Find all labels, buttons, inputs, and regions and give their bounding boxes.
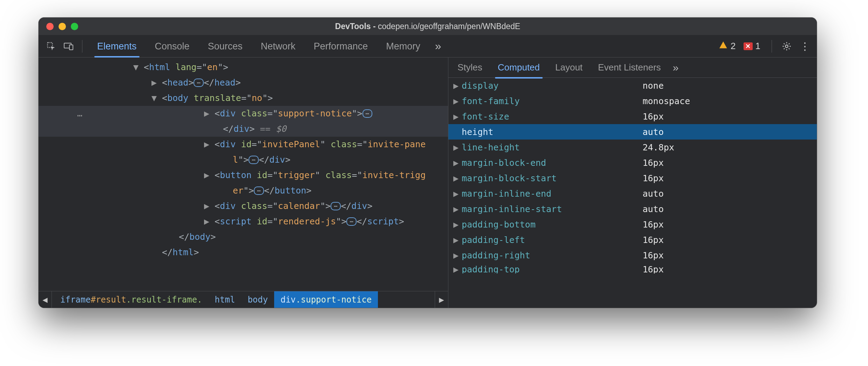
toolbar-separator (772, 40, 772, 53)
expand-caret-icon[interactable]: ▶ (204, 170, 215, 180)
breadcrumbs-next-button[interactable]: ▶ (435, 291, 448, 308)
dom-line[interactable]: </body> (39, 229, 448, 245)
expand-caret-icon[interactable]: ▶ (204, 216, 215, 226)
dom-line[interactable]: </div> == $0 (39, 121, 448, 137)
token-punc: =" (197, 62, 207, 72)
computed-property-row[interactable]: ▶displaynone (448, 78, 817, 93)
expand-caret-icon[interactable]: ▶ (453, 96, 462, 106)
more-panels-button[interactable]: » (432, 40, 445, 53)
dom-line[interactable]: ▶ <button id="trigger" class="invite-tri… (39, 168, 448, 183)
property-value: monospace (636, 96, 690, 106)
main-split: ▼ <html lang="en">▶ <head>⋯</head>▼ <bod… (39, 57, 817, 308)
computed-property-row[interactable]: ▶font-familymonospace (448, 93, 817, 109)
token-punc: "> (262, 93, 273, 103)
sidebar-tab-computed[interactable]: Computed (490, 58, 548, 77)
token-attrn: class (331, 139, 357, 149)
dom-tree[interactable]: ▼ <html lang="en">▶ <head>⋯</head>▼ <bod… (39, 57, 448, 291)
dom-line[interactable]: ▼ <body translate="no"> (39, 90, 448, 106)
expand-caret-icon[interactable]: ▶ (204, 139, 215, 149)
dom-line[interactable]: l">⋯</div> (39, 152, 448, 168)
dom-line[interactable]: …▶ <div class="support-notice">⋯ (39, 106, 448, 121)
inspect-element-icon[interactable] (43, 39, 59, 54)
expand-caret-icon[interactable]: ▶ (204, 108, 215, 118)
expand-caret-icon[interactable]: ▶ (453, 250, 462, 260)
device-toolbar-icon[interactable] (61, 39, 76, 54)
computed-property-row[interactable]: ▶margin-inline-endauto (448, 186, 817, 201)
computed-properties-list[interactable]: ▶displaynone▶font-familymonospace▶font-s… (448, 78, 817, 308)
collapsed-ellipsis-icon[interactable]: ⋯ (254, 187, 264, 195)
panel-tab-elements[interactable]: Elements (88, 36, 146, 56)
computed-property-row[interactable]: ▶margin-inline-startauto (448, 201, 817, 217)
elements-panel: ▼ <html lang="en">▶ <head>⋯</head>▼ <bod… (39, 57, 448, 308)
settings-icon[interactable] (780, 39, 794, 53)
expand-caret-icon[interactable]: ▶ (204, 201, 215, 211)
expand-caret-icon[interactable]: ▶ (453, 158, 462, 168)
token-punc: > (249, 124, 255, 134)
computed-property-row[interactable]: ▶line-height24.8px (448, 140, 817, 155)
breadcrumbs-prev-button[interactable]: ◀ (39, 291, 52, 308)
toolbar-separator (82, 40, 82, 53)
breadcrumb-item[interactable]: body (241, 291, 274, 308)
expand-caret-icon[interactable]: ▶ (453, 264, 462, 273)
expand-caret-icon[interactable]: ▶ (453, 173, 462, 183)
caret-spacer (222, 185, 233, 196)
expand-caret-icon[interactable]: ▶ (453, 235, 462, 245)
maximize-window-button[interactable] (71, 23, 78, 30)
computed-property-row[interactable]: ▶font-size16px (448, 109, 817, 124)
panel-tab-sources[interactable]: Sources (199, 36, 252, 56)
dom-line[interactable]: ▶ <div id="invitePanel" class="invite-pa… (39, 137, 448, 152)
minimize-window-button[interactable] (59, 23, 66, 30)
token-attrn: lang (175, 62, 196, 72)
token-punc: > (188, 77, 194, 88)
close-window-button[interactable] (46, 23, 54, 30)
collapsed-ellipsis-icon[interactable]: ⋯ (362, 109, 373, 118)
dom-line[interactable]: </html> (39, 245, 448, 260)
breadcrumb-item[interactable]: iframe#result.result-iframe. (54, 291, 209, 308)
dom-line[interactable]: er">⋯</button> (39, 183, 448, 198)
dom-line[interactable]: ▶ <script id="rendered-js">⋯</script> (39, 214, 448, 229)
dom-line[interactable]: ▶ <div class="calendar">⋯</div> (39, 198, 448, 214)
token-punc: </ (341, 201, 351, 211)
expand-caret-icon[interactable]: ▶ (453, 111, 462, 122)
expand-caret-icon[interactable]: ▶ (453, 219, 462, 230)
warnings-badge[interactable]: 2 (719, 41, 735, 52)
sidebar-tab-event-listeners[interactable]: Event Listeners (590, 58, 669, 77)
panel-tab-memory[interactable]: Memory (377, 36, 429, 56)
panel-tab-console[interactable]: Console (146, 36, 199, 56)
expand-caret-icon[interactable]: ▶ (453, 189, 462, 199)
breadcrumb-item[interactable]: html (209, 291, 242, 308)
collapsed-ellipsis-icon[interactable]: ⋯ (346, 217, 357, 226)
more-options-icon[interactable]: ⋮ (798, 39, 812, 53)
computed-property-row[interactable]: ▶padding-bottom16px (448, 217, 817, 232)
property-value: 16px (636, 173, 664, 183)
computed-property-row[interactable]: ▶margin-block-start16px (448, 170, 817, 186)
property-value: 16px (636, 111, 664, 122)
property-name: font-family (462, 96, 520, 106)
dom-line[interactable]: ▼ <html lang="en"> (39, 60, 448, 75)
expand-caret-icon[interactable]: ▶ (453, 204, 462, 214)
expand-caret-icon[interactable]: ▼ (133, 62, 144, 72)
sidebar-tab-layout[interactable]: Layout (548, 58, 590, 77)
computed-property-row[interactable]: ▶padding-left16px (448, 232, 817, 248)
panel-tab-network[interactable]: Network (252, 36, 305, 56)
expand-caret-icon[interactable]: ▶ (453, 81, 462, 91)
traffic-lights (46, 23, 78, 30)
expand-caret-icon[interactable]: ▶ (453, 142, 462, 152)
computed-property-row[interactable]: ▶padding-right16px (448, 248, 817, 263)
expand-caret-icon[interactable]: ▶ (151, 77, 162, 88)
errors-badge[interactable]: ✕ 1 (744, 41, 760, 52)
sidebar-tab-styles[interactable]: Styles (450, 58, 490, 77)
panel-tab-performance[interactable]: Performance (305, 36, 377, 56)
computed-property-row[interactable]: ▶padding-top16px (448, 263, 817, 273)
expand-caret-icon[interactable]: ▼ (151, 93, 162, 103)
token-tagc: div (220, 201, 236, 211)
dom-line[interactable]: ▶ <head>⋯</head> (39, 75, 448, 90)
token-punc: "> (243, 185, 254, 196)
collapsed-ellipsis-icon[interactable]: ⋯ (249, 156, 259, 164)
collapsed-ellipsis-icon[interactable]: ⋯ (331, 202, 341, 210)
breadcrumb-item[interactable]: div.support-notice (274, 291, 378, 308)
collapsed-ellipsis-icon[interactable]: ⋯ (194, 79, 204, 87)
computed-property-row[interactable]: ▶margin-block-end16px (448, 155, 817, 170)
computed-property-row[interactable]: heightauto (448, 124, 817, 140)
more-sidebar-tabs-button[interactable]: » (670, 62, 681, 74)
